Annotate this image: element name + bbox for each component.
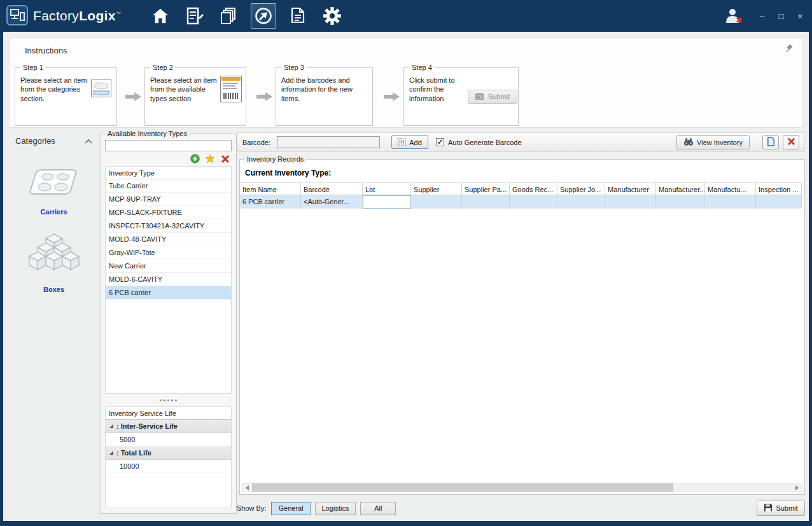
app-logo: FactoryLogix™	[6, 5, 121, 27]
user-logout-icon[interactable]	[725, 8, 743, 24]
category-carriers-label: Carriers	[9, 208, 99, 216]
scrollbar-thumb[interactable]	[252, 483, 673, 492]
view-inventory-button[interactable]: View Inventory	[676, 135, 750, 149]
home-icon[interactable]	[148, 3, 173, 29]
total-life-group-row[interactable]: : Total Life	[106, 446, 231, 460]
delete-record-button[interactable]	[783, 135, 799, 149]
show-by-logistics-button[interactable]: Logistics	[315, 502, 356, 515]
scroll-left-arrow-icon[interactable]	[242, 483, 252, 492]
close-button[interactable]: ×	[795, 12, 804, 20]
inventory-type-row[interactable]: MCP-SLACK-FIXTURE	[106, 206, 231, 219]
category-carriers[interactable]: Carriers	[9, 162, 99, 216]
show-by-all-button[interactable]: All	[360, 502, 396, 515]
records-column-header[interactable]: Barcode	[301, 183, 363, 195]
worksheets-icon[interactable]	[182, 3, 207, 29]
records-cell[interactable]	[557, 195, 605, 209]
splitter-handle[interactable]	[105, 398, 232, 403]
maximize-button[interactable]: □	[777, 12, 786, 20]
save-floppy-icon	[764, 503, 773, 513]
records-cell[interactable]	[510, 195, 557, 209]
step-3-box: Step 3 Add the barcodes and information …	[276, 67, 373, 126]
main-nav	[148, 3, 345, 29]
instructions-panel: Instructions Step 1 Please select an ite…	[9, 38, 803, 128]
records-column-header[interactable]: Item Name	[240, 183, 301, 195]
pin-icon[interactable]	[786, 45, 794, 54]
add-barcode-icon	[398, 138, 406, 147]
step-1-box: Step 1 Please select an item from the ca…	[15, 67, 117, 126]
total-life-value[interactable]: 10000	[106, 460, 231, 473]
records-cell[interactable]	[656, 195, 705, 209]
inventory-type-row[interactable]: MOLD-6-CAVITY	[106, 273, 231, 286]
inventory-type-row[interactable]: 6 PCB carrier	[106, 286, 231, 300]
delete-type-button[interactable]	[219, 153, 232, 164]
records-column-header[interactable]: Supplier	[411, 183, 462, 195]
records-column-header[interactable]: Lot	[363, 183, 411, 195]
new-type-star-button[interactable]	[204, 153, 216, 164]
inventory-type-row[interactable]: MOLD-48-CAVITY	[106, 233, 231, 246]
records-cell[interactable]	[363, 195, 411, 209]
records-column-header[interactable]: Goods Rec...	[510, 183, 557, 195]
settings-gear-icon[interactable]	[319, 3, 345, 29]
barcode-label: Barcode:	[242, 139, 270, 146]
category-boxes[interactable]: Boxes	[9, 230, 99, 293]
show-by-general-button[interactable]: General	[271, 502, 310, 515]
records-column-header[interactable]: Inspection ...	[756, 183, 802, 195]
dispatch-icon[interactable]	[251, 3, 276, 29]
records-cell[interactable]: 6 PCB carrier	[240, 195, 301, 209]
service-life-header[interactable]: Inventory Service Life	[106, 407, 231, 420]
scroll-right-arrow-icon[interactable]	[792, 483, 802, 492]
step-arrow-icon	[256, 92, 273, 103]
step-submit-button[interactable]: Submit	[468, 90, 517, 104]
boxes-icon	[24, 273, 85, 280]
records-cell[interactable]	[705, 195, 756, 209]
inventory-type-row[interactable]: INSPECT-T30421A-32CAVITY	[106, 219, 231, 233]
show-by-label: Show By:	[237, 504, 266, 512]
records-header-row: Item NameBarcodeLotSupplierSupplier Pa..…	[240, 183, 804, 195]
inventory-type-row[interactable]: Gray-WIP-Tote	[106, 246, 231, 260]
add-button[interactable]: Add	[391, 135, 428, 149]
app-name-factory: Factory	[33, 8, 79, 23]
records-cell[interactable]	[462, 195, 510, 209]
inter-service-life-group-row[interactable]: : Inter-Service Life	[106, 420, 231, 433]
records-cell[interactable]	[605, 195, 656, 209]
add-type-button[interactable]	[188, 153, 201, 164]
inventory-type-column-header[interactable]: Inventory Type	[106, 167, 231, 179]
records-column-header[interactable]: Supplier Jo...	[557, 183, 605, 195]
records-cell[interactable]: <Auto-Gener...	[301, 195, 363, 209]
records-cell[interactable]	[756, 195, 802, 209]
inventory-type-row[interactable]: Tube Carrier	[106, 179, 231, 193]
records-column-header[interactable]: Manufacturer	[605, 183, 656, 195]
records-column-header[interactable]: Manufactu...	[705, 183, 756, 195]
submit-button[interactable]: Submit	[757, 501, 805, 516]
inter-service-life-value[interactable]: 5000	[106, 433, 231, 446]
inventory-type-list: Tube CarrierMCP-9UP-TRAYMCP-SLACK-FIXTUR…	[106, 179, 231, 300]
step-1-label: Step 1	[20, 64, 46, 71]
step-2-box: Step 2 Please select an item from the av…	[144, 67, 246, 126]
step-3-label: Step 3	[281, 64, 307, 71]
records-column-header[interactable]: Supplier Pa...	[462, 183, 510, 195]
documents-icon[interactable]	[285, 3, 311, 29]
horizontal-scrollbar[interactable]	[242, 483, 802, 492]
trademark: ™	[116, 11, 121, 17]
copy-record-button[interactable]	[762, 135, 779, 149]
inventory-type-row[interactable]: New Carrier	[106, 260, 231, 273]
minimize-button[interactable]: –	[758, 12, 766, 20]
submit-button-label: Submit	[776, 504, 797, 512]
step-submit-label: Submit	[488, 93, 510, 100]
window-controls: – □ ×	[725, 0, 804, 32]
batches-icon[interactable]	[216, 3, 242, 29]
type-filter-input[interactable]	[105, 140, 232, 151]
records-cell[interactable]	[411, 195, 462, 209]
blue-page-icon	[767, 137, 775, 148]
inter-service-life-label: : Inter-Service Life	[116, 420, 178, 433]
collapse-chevron-icon[interactable]	[85, 137, 92, 145]
barcode-input[interactable]	[277, 136, 380, 148]
app-name: FactoryLogix™	[33, 8, 121, 24]
auto-generate-checkbox[interactable]	[436, 138, 444, 146]
records-data-row[interactable]: 6 PCB carrier<Auto-Gener...	[240, 195, 804, 209]
records-column-header[interactable]: Manufacturer...	[656, 183, 705, 195]
service-life-grid: Inventory Service Life : Inter-Service L…	[105, 406, 232, 508]
carrier-tray-icon	[25, 195, 83, 203]
app-window: FactoryLogix™	[0, 0, 812, 526]
inventory-type-row[interactable]: MCP-9UP-TRAY	[106, 193, 231, 206]
